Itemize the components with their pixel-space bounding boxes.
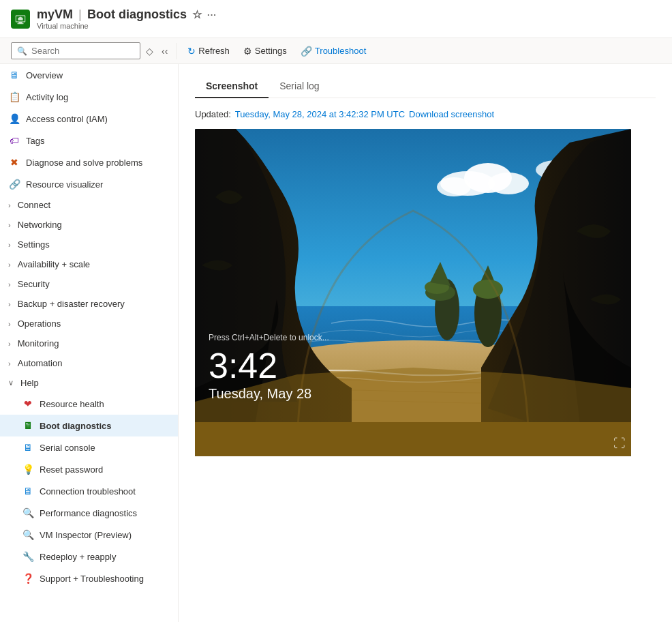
sidebar-label-serial-console: Serial console [40, 443, 95, 453]
sidebar-label-support: Support + Troubleshooting [40, 574, 144, 584]
sidebar-item-networking[interactable]: › Networking [0, 215, 178, 235]
sidebar-label-automation: Automation [18, 358, 63, 368]
collapse-sidebar-btn[interactable]: ‹‹ [159, 43, 170, 59]
sidebar-label-boot-diagnostics: Boot diagnostics [40, 421, 111, 431]
sidebar-item-perf-diag[interactable]: 🔍 Performance diagnostics [0, 502, 178, 524]
security-chevron: › [8, 280, 11, 288]
boot-diagnostics-icon: 🖥 [22, 419, 34, 432]
sidebar-item-resource-health[interactable]: ❤ Resource health [0, 393, 178, 415]
sidebar-item-vm-inspector[interactable]: 🔍 VM Inspector (Preview) [0, 524, 178, 546]
settings-panel-icon[interactable]: ◇ [143, 43, 156, 59]
availability-chevron: › [8, 261, 11, 269]
content-inner: Screenshot Serial log Updated: Tuesday, … [179, 64, 672, 467]
sidebar-item-reset-password[interactable]: 💡 Reset password [0, 458, 178, 480]
page-header: myVM | Boot diagnostics ☆ ··· Virtual ma… [0, 0, 672, 38]
sidebar-item-overview[interactable]: 🖥 Overview [0, 64, 178, 86]
updated-prefix-label: Updated: [195, 109, 231, 119]
sidebar-item-access-control[interactable]: 👤 Access control (IAM) [0, 108, 178, 130]
tags-icon: 🏷 [8, 134, 20, 147]
resource-health-icon: ❤ [22, 398, 34, 410]
automation-chevron: › [8, 359, 11, 368]
troubleshoot-icon: 🔗 [301, 46, 312, 57]
sidebar-item-redeploy[interactable]: 🔧 Redeploy + reapply [0, 546, 178, 567]
diagnose-icon: ✖ [8, 156, 20, 168]
time-display: 3:42 [209, 348, 329, 383]
troubleshoot-button[interactable]: 🔗 Troubleshoot [295, 43, 371, 59]
content-tabs: Screenshot Serial log [195, 75, 656, 98]
updated-info: Updated: Tuesday, May 28, 2024 at 3:42:3… [195, 109, 656, 119]
activity-log-icon: 📋 [8, 91, 20, 103]
sidebar-item-operations[interactable]: › Operations [0, 314, 178, 334]
expand-icon[interactable]: ⛶ [613, 436, 626, 451]
sidebar-item-monitoring[interactable]: › Monitoring [0, 334, 178, 353]
sidebar-label-operations: Operations [18, 319, 61, 329]
sidebar-item-diagnose[interactable]: ✖ Diagnose and solve problems [0, 151, 178, 173]
header-title-group: myVM | Boot diagnostics ☆ ··· Virtual ma… [37, 8, 217, 30]
sidebar-item-serial-console[interactable]: 🖥 Serial console [0, 436, 178, 458]
tab-screenshot[interactable]: Screenshot [195, 75, 269, 98]
sidebar-item-conn-troubleshoot[interactable]: 🖥 Connection troubleshoot [0, 480, 178, 502]
scene-svg [195, 129, 631, 456]
operations-chevron: › [8, 320, 11, 328]
favorite-star[interactable]: ☆ [192, 8, 202, 21]
search-input[interactable] [31, 46, 127, 56]
lockscreen-overlay: Press Ctrl+Alt+Delete to unlock... 3:42 … [209, 333, 329, 402]
updated-timestamp: Tuesday, May 28, 2024 at 3:42:32 PM UTC [235, 109, 405, 119]
sidebar-item-resource-viz[interactable]: 🔗 Resource visualizer [0, 173, 178, 195]
vm-type-label: Virtual machine [37, 22, 217, 30]
sidebar-item-security[interactable]: › Security [0, 274, 178, 294]
settings-button[interactable]: ⚙ Settings [238, 43, 292, 59]
download-screenshot-link[interactable]: Download screenshot [409, 109, 494, 119]
redeploy-icon: 🔧 [22, 550, 34, 563]
date-display: Tuesday, May 28 [209, 386, 329, 402]
sidebar-item-availability[interactable]: › Availability + scale [0, 254, 178, 274]
networking-chevron: › [8, 221, 11, 229]
sidebar-item-boot-diagnostics[interactable]: 🖥 Boot diagnostics [0, 415, 178, 436]
sidebar-label-perf-diag: Performance diagnostics [40, 508, 137, 518]
refresh-label: Refresh [198, 46, 230, 56]
tab-serial-log[interactable]: Serial log [269, 75, 330, 98]
sidebar-item-help[interactable]: ∨ Help [0, 373, 178, 393]
svg-point-8 [437, 177, 471, 196]
sidebar-label-help: Help [20, 378, 39, 388]
refresh-button[interactable]: ↻ Refresh [182, 43, 235, 59]
sidebar-label-redeploy: Redeploy + reapply [40, 552, 116, 562]
vm-name: myVM [37, 8, 73, 22]
refresh-icon: ↻ [187, 46, 196, 57]
sidebar-item-activity-log[interactable]: 📋 Activity log [0, 86, 178, 108]
sidebar-label-diagnose: Diagnose and solve problems [26, 158, 142, 168]
svg-point-7 [488, 173, 529, 194]
sidebar-label-reset-password: Reset password [40, 464, 103, 475]
sidebar-label-security: Security [18, 279, 50, 289]
conn-troubleshoot-icon: 🖥 [22, 485, 34, 497]
search-box[interactable]: 🔍 [11, 42, 140, 59]
svg-rect-1 [18, 22, 22, 23]
page-title-text: Boot diagnostics [87, 8, 187, 22]
sidebar-item-settings[interactable]: › Settings [0, 235, 178, 254]
sidebar-label-resource-viz: Resource visualizer [26, 179, 103, 190]
more-options-dots[interactable]: ··· [207, 10, 217, 20]
sidebar-label-availability: Availability + scale [18, 259, 90, 269]
troubleshoot-label: Troubleshoot [315, 46, 366, 56]
sidebar-item-connect[interactable]: › Connect [0, 195, 178, 215]
sidebar-label-activity-log: Activity log [26, 92, 68, 102]
vm-icon [11, 10, 30, 29]
sidebar-item-backup-dr[interactable]: › Backup + disaster recovery [0, 294, 178, 314]
sidebar-label-tags: Tags [26, 136, 44, 146]
toolbar: 🔍 ◇ ‹‹ ↻ Refresh ⚙ Settings 🔗 Troublesho… [0, 38, 672, 64]
vm-icon-svg [14, 13, 27, 25]
reset-password-icon: 💡 [22, 463, 34, 475]
sidebar-item-support[interactable]: ❓ Support + Troubleshooting [0, 567, 178, 589]
svg-rect-2 [18, 23, 24, 24]
sidebar-label-vm-inspector: VM Inspector (Preview) [40, 530, 132, 540]
sidebar-label-resource-health: Resource health [40, 399, 104, 409]
serial-console-icon: 🖥 [22, 441, 34, 454]
help-chevron: ∨ [8, 379, 14, 387]
svg-rect-22 [195, 422, 631, 456]
title-separator: | [78, 8, 82, 22]
sidebar-label-settings: Settings [18, 239, 50, 250]
sidebar-item-tags[interactable]: 🏷 Tags [0, 130, 178, 151]
sidebar-item-automation[interactable]: › Automation [0, 353, 178, 373]
support-icon: ❓ [22, 572, 34, 584]
settings-chevron: › [8, 241, 11, 249]
